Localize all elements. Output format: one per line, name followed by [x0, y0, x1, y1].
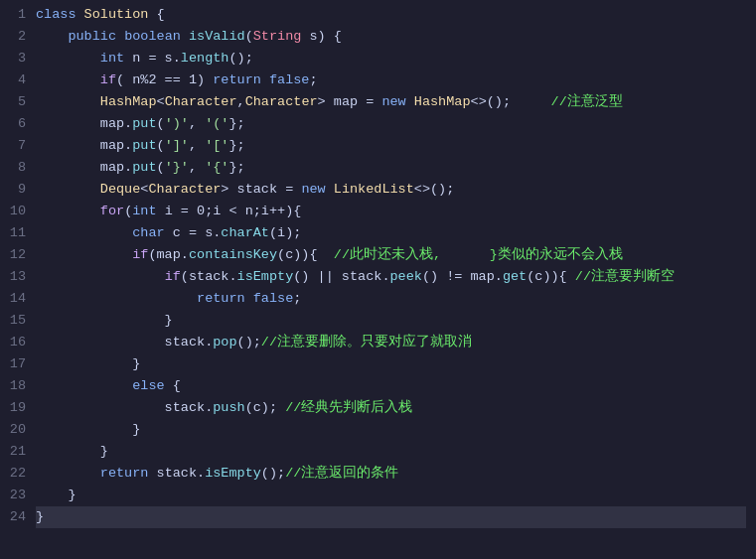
code-token: //注意泛型: [551, 94, 623, 109]
code-area[interactable]: class Solution { public boolean isValid(…: [36, 4, 756, 555]
code-token: push: [213, 400, 244, 415]
code-line: if(stack.isEmpty() || stack.peek() != ma…: [36, 266, 746, 288]
code-token: (: [157, 138, 165, 153]
line-number: 24: [6, 506, 26, 528]
code-token: ();: [228, 51, 252, 66]
code-token: map.: [36, 116, 132, 131]
code-token: (: [157, 116, 165, 131]
line-number: 13: [6, 266, 26, 288]
code-line: Deque<Character> stack = new LinkedList<…: [36, 179, 746, 201]
code-line: }: [36, 485, 746, 506]
line-number: 3: [6, 48, 26, 70]
code-token: () != map.: [422, 269, 503, 284]
code-token: ,: [189, 138, 205, 153]
code-token: }: [36, 444, 108, 459]
code-token: Deque: [100, 182, 141, 197]
code-token: [36, 247, 132, 262]
code-token: [36, 72, 100, 87]
line-number: 14: [6, 288, 26, 310]
code-token: ']': [165, 138, 189, 153]
code-token: (c)){: [277, 247, 334, 262]
code-token: LinkedList: [334, 182, 414, 197]
code-token: length: [181, 51, 229, 66]
line-number: 21: [6, 441, 26, 463]
code-token: return: [197, 291, 253, 306]
code-token: peek: [389, 269, 421, 284]
code-token: //注意要判断空: [575, 269, 675, 284]
code-token: ,: [189, 160, 205, 175]
code-token: isValid: [189, 29, 245, 44]
code-token: {: [148, 7, 164, 22]
code-token: '{': [205, 160, 228, 175]
code-token: () || stack.: [293, 269, 389, 284]
code-token: }: [36, 422, 140, 437]
code-line: public boolean isValid(String s) {: [36, 26, 746, 48]
code-token: <: [157, 94, 165, 109]
code-token: }: [36, 356, 140, 371]
code-token: for: [100, 204, 124, 218]
code-line: map.put(')', '('};: [36, 113, 746, 135]
code-token: Solution: [84, 7, 149, 22]
code-token: charAt: [221, 225, 269, 240]
line-number: 22: [6, 463, 26, 485]
code-token: > map =: [318, 94, 382, 109]
code-line: HashMap<Character,Character> map = new H…: [36, 91, 746, 113]
code-token: <>();: [414, 182, 455, 197]
code-editor: 123456789101112131415161718192021222324 …: [0, 0, 756, 559]
code-line: }: [36, 419, 746, 441]
line-number: 6: [6, 113, 26, 135]
line-number: 9: [6, 179, 26, 201]
code-token: Character: [165, 94, 237, 109]
code-token: HashMap: [100, 94, 157, 109]
code-token: map.: [36, 138, 132, 153]
code-line: stack.pop();//注意要删除。只要对应了就取消: [36, 332, 746, 353]
code-token: '[': [205, 138, 228, 153]
code-line: int n = s.length();: [36, 48, 746, 70]
code-token: isEmpty: [237, 269, 294, 284]
code-token: n = s.: [132, 51, 181, 66]
code-line: return false;: [36, 288, 746, 310]
code-token: isEmpty: [205, 466, 261, 481]
code-line: else {: [36, 375, 746, 397]
code-line: map.put('}', '{'};: [36, 157, 746, 179]
code-token: get: [503, 269, 527, 284]
code-token: int: [132, 204, 164, 218]
line-number: 23: [6, 485, 26, 506]
line-number: 2: [6, 26, 26, 48]
code-token: false: [253, 291, 294, 306]
code-token: //注意返回的条件: [285, 466, 398, 481]
code-token: (: [157, 160, 165, 175]
code-token: String: [253, 29, 302, 44]
code-line: return stack.isEmpty();//注意返回的条件: [36, 463, 746, 485]
code-line: for(int i = 0;i < n;i++){: [36, 201, 746, 222]
code-token: Character: [148, 182, 221, 197]
line-number: 8: [6, 157, 26, 179]
code-line: if(map.containsKey(c)){ //此时还未入栈, }类似的永远…: [36, 244, 746, 266]
code-token: [36, 466, 100, 481]
code-token: int: [100, 51, 132, 66]
line-number: 15: [6, 310, 26, 332]
code-line: class Solution {: [36, 4, 746, 26]
code-token: if: [165, 269, 181, 284]
code-token: i = 0;i < n;i++){: [165, 204, 302, 218]
code-token: [36, 378, 132, 393]
code-token: (map.: [148, 247, 189, 262]
code-token: ();: [261, 466, 285, 481]
line-number: 18: [6, 375, 26, 397]
code-line: if( n%2 == 1) return false;: [36, 70, 746, 91]
code-token: ,: [189, 116, 205, 131]
code-token: (: [245, 29, 253, 44]
line-number: 4: [6, 70, 26, 91]
code-token: false: [269, 72, 310, 87]
code-line: }: [36, 506, 746, 528]
code-token: '(': [205, 116, 228, 131]
code-line: map.put(']', '['};: [36, 135, 746, 157]
code-token: class: [36, 7, 84, 22]
code-token: [36, 94, 100, 109]
code-token: };: [228, 160, 244, 175]
code-token: //此时还未入栈, }类似的永远不会入栈: [334, 247, 623, 262]
code-token: new: [381, 94, 413, 109]
code-token: put: [132, 138, 156, 153]
code-token: s) {: [301, 29, 342, 44]
code-token: };: [228, 116, 244, 131]
